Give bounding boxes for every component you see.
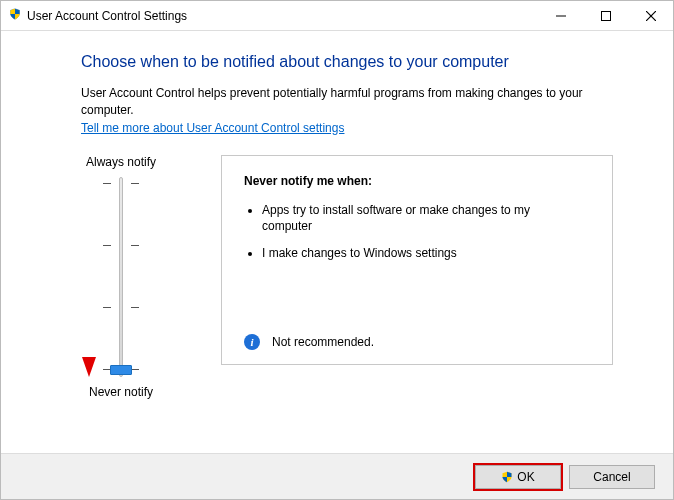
uac-shield-icon bbox=[501, 471, 513, 483]
cancel-button[interactable]: Cancel bbox=[569, 465, 655, 489]
notification-description-box: Never notify me when: Apps try to instal… bbox=[221, 155, 613, 365]
ok-button-label: OK bbox=[517, 470, 534, 484]
info-icon: i bbox=[244, 334, 260, 350]
ok-button[interactable]: OK bbox=[475, 465, 561, 489]
button-bar: OK Cancel bbox=[1, 453, 673, 499]
maximize-button[interactable] bbox=[583, 1, 628, 30]
content-area: Choose when to be notified about changes… bbox=[1, 31, 673, 409]
svg-rect-1 bbox=[601, 11, 610, 20]
titlebar: User Account Control Settings bbox=[1, 1, 673, 31]
slider-column: Always notify Never notify bbox=[81, 155, 161, 399]
info-bullet: I make changes to Windows settings bbox=[262, 245, 590, 262]
slider-thumb[interactable] bbox=[110, 365, 132, 375]
minimize-button[interactable] bbox=[538, 1, 583, 30]
info-box-title: Never notify me when: bbox=[244, 174, 590, 188]
notification-level-slider[interactable] bbox=[101, 177, 141, 377]
page-heading: Choose when to be notified about changes… bbox=[81, 53, 613, 71]
page-description: User Account Control helps prevent poten… bbox=[81, 85, 613, 119]
learn-more-link[interactable]: Tell me more about User Account Control … bbox=[81, 121, 344, 135]
cancel-button-label: Cancel bbox=[593, 470, 630, 484]
info-bullet: Apps try to install software or make cha… bbox=[262, 202, 590, 236]
close-button[interactable] bbox=[628, 1, 673, 30]
info-footer-text: Not recommended. bbox=[272, 335, 374, 349]
slider-bottom-label: Never notify bbox=[81, 385, 161, 399]
window-title: User Account Control Settings bbox=[27, 9, 187, 23]
uac-shield-icon bbox=[9, 8, 21, 23]
slider-top-label: Always notify bbox=[81, 155, 161, 169]
